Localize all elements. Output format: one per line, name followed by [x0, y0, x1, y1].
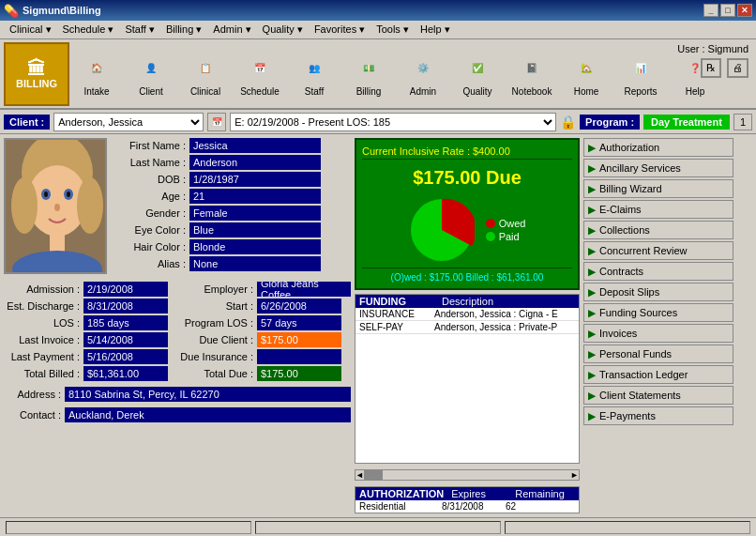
billing-summary-line: (O)wed : $175.00 Billed : $61,361.00 [362, 268, 572, 283]
app-title: Sigmund\Billing [23, 5, 101, 16]
first-name-row: First Name : Jessica [114, 138, 351, 153]
dob-label: DOB : [114, 174, 189, 185]
nav-invoices[interactable]: ▶ Invoices [583, 324, 733, 343]
nav-personal-funds[interactable]: ▶ Personal Funds [583, 345, 733, 363]
maximize-button[interactable]: □ [720, 4, 735, 17]
last-name-row: Last Name : Anderson [114, 155, 351, 170]
menu-bar: Clinical ▾ Schedule ▾ Staff ▾ Billing ▾ … [0, 21, 756, 39]
scroll-left[interactable]: ◄ [355, 470, 364, 480]
scroll-thumb[interactable] [364, 470, 383, 480]
nav-transaction-ledger[interactable]: ▶ Transaction Ledger [583, 365, 733, 384]
menu-billing[interactable]: Billing ▾ [160, 22, 207, 38]
home-button[interactable]: 🏡 Home [559, 42, 613, 106]
nav-ancillary-services[interactable]: ▶ Ancillary Services [583, 159, 733, 177]
nav-arrow-invoices: ▶ [588, 329, 596, 339]
address-row: Address : 8110 Sabrina St, Percy, IL 622… [4, 387, 351, 402]
staff-button[interactable]: 👥 Staff [287, 42, 341, 106]
nav-funding-sources[interactable]: ▶ Funding Sources [583, 303, 733, 322]
nav-label-contracts: Contracts [599, 266, 643, 277]
menu-admin[interactable]: Admin ▾ [207, 22, 256, 38]
nav-label-e-claims: E-Claims [599, 204, 642, 215]
menu-favorites[interactable]: Favorites ▾ [309, 22, 370, 38]
paid-dot [486, 232, 495, 241]
clinical-button[interactable]: 📋 Clinical [178, 42, 233, 106]
first-name-label: First Name : [114, 140, 189, 151]
last-name-value: Anderson [189, 155, 321, 170]
client-select[interactable]: Anderson, Jessica [53, 113, 204, 131]
minimize-button[interactable]: _ [703, 4, 718, 17]
billing-button[interactable]: 💵 Billing [341, 42, 396, 106]
menu-quality[interactable]: Quality ▾ [257, 22, 309, 38]
menu-tools[interactable]: Tools ▾ [370, 22, 415, 38]
lock-icon: 🔒 [560, 115, 576, 130]
nav-collections[interactable]: ▶ Collections [583, 221, 733, 239]
total-billed-value: $61,361.00 [83, 366, 168, 381]
billing-label: BILLING [16, 78, 57, 89]
left-panel: First Name : Jessica Last Name : Anderso… [4, 138, 351, 513]
schedule-button[interactable]: 📅 Schedule [233, 42, 287, 106]
svg-point-10 [11, 177, 38, 234]
nav-label-collections: Collections [599, 224, 650, 236]
funding-desc-2: Anderson, Jessica : Private-P [434, 322, 575, 332]
nav-contracts[interactable]: ▶ Contracts [583, 262, 733, 281]
clinical-label: Clinical [190, 86, 220, 97]
eye-color-row: Eye Color : Blue [114, 222, 351, 237]
menu-help[interactable]: Help ▾ [415, 22, 456, 38]
nav-deposit-slips[interactable]: ▶ Deposit Slips [583, 283, 733, 301]
reports-button[interactable]: 📊 Reports [613, 42, 668, 106]
billing-logo: 🏛 BILLING [4, 42, 69, 106]
nav-client-statements[interactable]: ▶ Client Statements [583, 386, 733, 405]
admin-label: Admin [410, 86, 436, 97]
client-button[interactable]: 👤 Client [124, 42, 178, 106]
nav-e-claims[interactable]: ▶ E-Claims [583, 200, 733, 219]
episode-select[interactable]: E: 02/19/2008 - Present LOS: 185 [230, 113, 556, 131]
svg-point-5 [44, 191, 48, 197]
admission-value: 2/19/2008 [83, 282, 168, 297]
quality-button[interactable]: ✅ Quality [450, 42, 505, 106]
svg-point-11 [77, 177, 103, 234]
dob-row: DOB : 1/28/1987 [114, 172, 351, 187]
alias-value: None [189, 256, 321, 271]
user-display: User : Sigmund [677, 43, 748, 54]
funding-col-header: FUNDING [359, 296, 434, 307]
print-icon[interactable]: 🖨 [727, 58, 748, 78]
nav-label-funding: Funding Sources [599, 307, 677, 318]
scroll-right[interactable]: ► [570, 470, 579, 480]
menu-clinical[interactable]: Clinical ▾ [4, 22, 57, 38]
nav-billing-wizard[interactable]: ▶ Billing Wizard [583, 179, 733, 198]
photo-info-section: First Name : Jessica Last Name : Anderso… [4, 138, 351, 274]
nav-arrow-transaction: ▶ [588, 370, 596, 380]
nav-label-epayments: E-Payments [599, 410, 656, 421]
nav-arrow-contracts: ▶ [588, 267, 596, 277]
hair-color-row: Hair Color : Blonde [114, 239, 351, 254]
nav-label-concurrent: Concurrent Review [599, 245, 688, 256]
admin-button[interactable]: ⚙️ Admin [396, 42, 450, 106]
menu-staff[interactable]: Staff ▾ [119, 22, 159, 38]
age-value: 21 [189, 189, 321, 204]
auth-type-1: Residential [359, 501, 434, 512]
calendar-button[interactable]: 📅 [207, 113, 226, 131]
owed-label: Owed [499, 218, 526, 229]
rx-icon[interactable]: ℞ [701, 58, 721, 78]
staff-label: Staff [305, 86, 324, 97]
first-name-value: Jessica [189, 138, 321, 153]
patient-photo [4, 138, 107, 274]
svg-point-6 [67, 191, 70, 197]
hair-color-label: Hair Color : [114, 241, 189, 253]
notebook-button[interactable]: 📓 Notebook [505, 42, 559, 106]
nav-concurrent-review[interactable]: ▶ Concurrent Review [583, 241, 733, 260]
nav-e-payments[interactable]: ▶ E-Payments [583, 406, 733, 425]
due-amount: $175.00 Due [362, 167, 572, 189]
main-content: First Name : Jessica Last Name : Anderso… [0, 134, 756, 517]
reports-label: Reports [624, 86, 657, 97]
quality-label: Quality [462, 86, 491, 97]
nav-label-deposit: Deposit Slips [599, 286, 659, 298]
status-segment-2 [255, 521, 501, 534]
age-label: Age : [114, 191, 189, 202]
menu-schedule[interactable]: Schedule ▾ [57, 22, 120, 38]
program-los-value: 57 days [257, 315, 341, 330]
close-button[interactable]: ✕ [737, 4, 752, 17]
intake-button[interactable]: 🏠 Intake [69, 42, 124, 106]
nav-authorization[interactable]: ▶ Authorization [583, 138, 733, 157]
funding-scrollbar[interactable]: ◄ ► [355, 469, 580, 481]
